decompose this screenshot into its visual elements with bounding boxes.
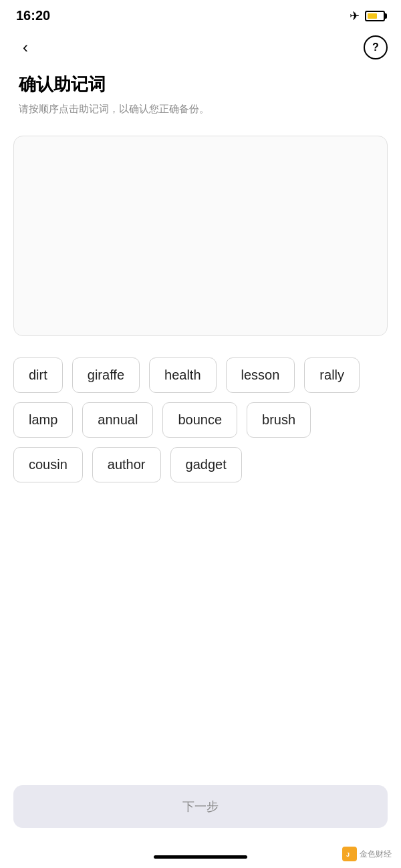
word-chip-author[interactable]: author (92, 447, 161, 482)
airplane-icon: ✈ (350, 9, 360, 23)
word-chip-health[interactable]: health (149, 357, 217, 393)
word-chip-lesson[interactable]: lesson (226, 357, 295, 393)
word-chip-cousin[interactable]: cousin (13, 447, 83, 482)
selection-area (13, 136, 388, 336)
back-chevron-icon: ‹ (23, 38, 28, 57)
back-button[interactable]: ‹ (13, 35, 37, 59)
watermark-text: 金色财经 (360, 849, 392, 860)
help-icon: ? (372, 41, 379, 53)
page-subtitle: 请按顺序点击助记词，以确认您正确备份。 (19, 102, 382, 117)
status-icons: ✈ (350, 9, 385, 23)
home-indicator (154, 855, 247, 859)
page-header: 确认助记词 请按顺序点击助记词，以确认您正确备份。 (0, 66, 401, 130)
next-button[interactable]: 下一步 (13, 785, 388, 828)
word-chip-bounce[interactable]: bounce (162, 402, 237, 438)
status-time: 16:20 (16, 8, 50, 23)
word-chip-lamp[interactable]: lamp (13, 402, 73, 438)
next-button-container: 下一步 (13, 785, 388, 828)
help-button[interactable]: ? (364, 35, 388, 59)
status-bar: 16:20 ✈ (0, 0, 401, 29)
words-section: dirtgiraffehealthlessonrallylampannualbo… (0, 341, 401, 482)
svg-text:J: J (346, 851, 350, 858)
word-chip-dirt[interactable]: dirt (13, 357, 63, 393)
word-chip-brush[interactable]: brush (247, 402, 311, 438)
watermark: J 金色财经 (342, 847, 392, 861)
page-title: 确认助记词 (19, 73, 382, 96)
word-chip-gadget[interactable]: gadget (170, 447, 242, 482)
word-chip-rally[interactable]: rally (304, 357, 360, 393)
battery-icon (365, 11, 385, 21)
nav-bar: ‹ ? (0, 29, 401, 66)
watermark-logo: J (342, 847, 357, 861)
word-chip-giraffe[interactable]: giraffe (72, 357, 140, 393)
word-chip-annual[interactable]: annual (82, 402, 153, 438)
